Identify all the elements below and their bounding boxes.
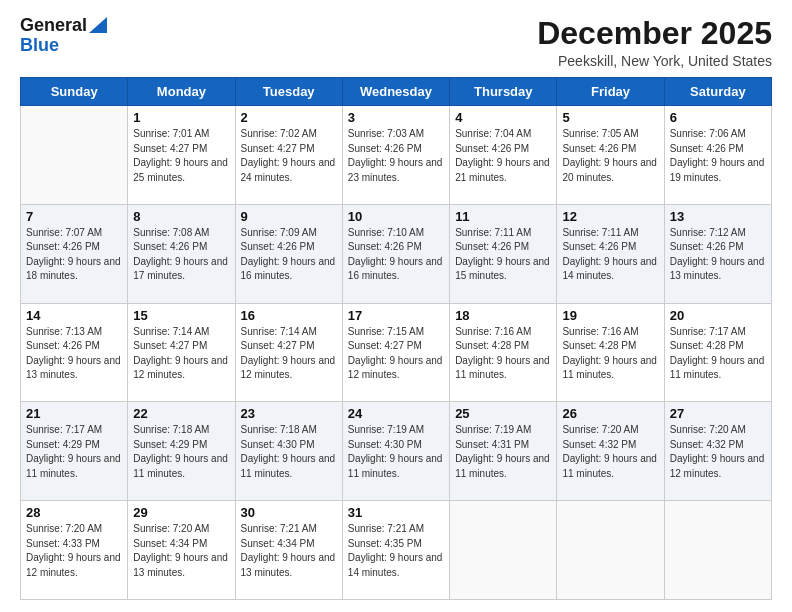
- calendar-cell: 7Sunrise: 7:07 AMSunset: 4:26 PMDaylight…: [21, 204, 128, 303]
- day-info: Sunrise: 7:08 AMSunset: 4:26 PMDaylight:…: [133, 226, 229, 284]
- day-number: 22: [133, 406, 229, 421]
- calendar-cell: 4Sunrise: 7:04 AMSunset: 4:26 PMDaylight…: [450, 106, 557, 205]
- calendar-cell: 2Sunrise: 7:02 AMSunset: 4:27 PMDaylight…: [235, 106, 342, 205]
- calendar-cell: 17Sunrise: 7:15 AMSunset: 4:27 PMDayligh…: [342, 303, 449, 402]
- day-number: 31: [348, 505, 444, 520]
- calendar-cell: 11Sunrise: 7:11 AMSunset: 4:26 PMDayligh…: [450, 204, 557, 303]
- day-number: 16: [241, 308, 337, 323]
- calendar-week-3: 14Sunrise: 7:13 AMSunset: 4:26 PMDayligh…: [21, 303, 772, 402]
- day-number: 9: [241, 209, 337, 224]
- page: General Blue December 2025 Peekskill, Ne…: [0, 0, 792, 612]
- day-number: 27: [670, 406, 766, 421]
- calendar-cell: 28Sunrise: 7:20 AMSunset: 4:33 PMDayligh…: [21, 501, 128, 600]
- day-info: Sunrise: 7:01 AMSunset: 4:27 PMDaylight:…: [133, 127, 229, 185]
- day-number: 26: [562, 406, 658, 421]
- day-info: Sunrise: 7:03 AMSunset: 4:26 PMDaylight:…: [348, 127, 444, 185]
- day-info: Sunrise: 7:21 AMSunset: 4:35 PMDaylight:…: [348, 522, 444, 580]
- calendar-week-2: 7Sunrise: 7:07 AMSunset: 4:26 PMDaylight…: [21, 204, 772, 303]
- day-number: 6: [670, 110, 766, 125]
- day-number: 14: [26, 308, 122, 323]
- calendar-cell: [21, 106, 128, 205]
- calendar-cell: 22Sunrise: 7:18 AMSunset: 4:29 PMDayligh…: [128, 402, 235, 501]
- day-number: 13: [670, 209, 766, 224]
- logo-icon: [89, 16, 107, 34]
- day-info: Sunrise: 7:18 AMSunset: 4:30 PMDaylight:…: [241, 423, 337, 481]
- day-number: 11: [455, 209, 551, 224]
- calendar-cell: 14Sunrise: 7:13 AMSunset: 4:26 PMDayligh…: [21, 303, 128, 402]
- day-info: Sunrise: 7:14 AMSunset: 4:27 PMDaylight:…: [241, 325, 337, 383]
- day-number: 20: [670, 308, 766, 323]
- calendar-cell: 13Sunrise: 7:12 AMSunset: 4:26 PMDayligh…: [664, 204, 771, 303]
- day-header-tuesday: Tuesday: [235, 78, 342, 106]
- day-number: 5: [562, 110, 658, 125]
- calendar-cell: [664, 501, 771, 600]
- day-header-thursday: Thursday: [450, 78, 557, 106]
- day-info: Sunrise: 7:20 AMSunset: 4:33 PMDaylight:…: [26, 522, 122, 580]
- calendar-cell: 26Sunrise: 7:20 AMSunset: 4:32 PMDayligh…: [557, 402, 664, 501]
- day-number: 4: [455, 110, 551, 125]
- calendar-cell: 5Sunrise: 7:05 AMSunset: 4:26 PMDaylight…: [557, 106, 664, 205]
- day-info: Sunrise: 7:19 AMSunset: 4:31 PMDaylight:…: [455, 423, 551, 481]
- day-number: 1: [133, 110, 229, 125]
- day-info: Sunrise: 7:20 AMSunset: 4:32 PMDaylight:…: [562, 423, 658, 481]
- day-number: 21: [26, 406, 122, 421]
- calendar-cell: 6Sunrise: 7:06 AMSunset: 4:26 PMDaylight…: [664, 106, 771, 205]
- calendar-cell: 23Sunrise: 7:18 AMSunset: 4:30 PMDayligh…: [235, 402, 342, 501]
- day-number: 12: [562, 209, 658, 224]
- calendar-cell: 21Sunrise: 7:17 AMSunset: 4:29 PMDayligh…: [21, 402, 128, 501]
- calendar-cell: 29Sunrise: 7:20 AMSunset: 4:34 PMDayligh…: [128, 501, 235, 600]
- day-number: 23: [241, 406, 337, 421]
- calendar-cell: 9Sunrise: 7:09 AMSunset: 4:26 PMDaylight…: [235, 204, 342, 303]
- day-info: Sunrise: 7:11 AMSunset: 4:26 PMDaylight:…: [455, 226, 551, 284]
- day-info: Sunrise: 7:11 AMSunset: 4:26 PMDaylight:…: [562, 226, 658, 284]
- calendar-week-5: 28Sunrise: 7:20 AMSunset: 4:33 PMDayligh…: [21, 501, 772, 600]
- day-number: 2: [241, 110, 337, 125]
- day-header-wednesday: Wednesday: [342, 78, 449, 106]
- day-header-monday: Monday: [128, 78, 235, 106]
- calendar-week-4: 21Sunrise: 7:17 AMSunset: 4:29 PMDayligh…: [21, 402, 772, 501]
- day-info: Sunrise: 7:13 AMSunset: 4:26 PMDaylight:…: [26, 325, 122, 383]
- title-block: December 2025 Peekskill, New York, Unite…: [537, 16, 772, 69]
- day-info: Sunrise: 7:17 AMSunset: 4:28 PMDaylight:…: [670, 325, 766, 383]
- day-number: 7: [26, 209, 122, 224]
- day-number: 3: [348, 110, 444, 125]
- calendar-table: SundayMondayTuesdayWednesdayThursdayFrid…: [20, 77, 772, 600]
- calendar-cell: 8Sunrise: 7:08 AMSunset: 4:26 PMDaylight…: [128, 204, 235, 303]
- day-number: 19: [562, 308, 658, 323]
- day-header-friday: Friday: [557, 78, 664, 106]
- day-info: Sunrise: 7:15 AMSunset: 4:27 PMDaylight:…: [348, 325, 444, 383]
- day-info: Sunrise: 7:21 AMSunset: 4:34 PMDaylight:…: [241, 522, 337, 580]
- day-info: Sunrise: 7:12 AMSunset: 4:26 PMDaylight:…: [670, 226, 766, 284]
- day-info: Sunrise: 7:06 AMSunset: 4:26 PMDaylight:…: [670, 127, 766, 185]
- day-header-sunday: Sunday: [21, 78, 128, 106]
- day-number: 18: [455, 308, 551, 323]
- calendar-cell: 19Sunrise: 7:16 AMSunset: 4:28 PMDayligh…: [557, 303, 664, 402]
- day-info: Sunrise: 7:04 AMSunset: 4:26 PMDaylight:…: [455, 127, 551, 185]
- day-info: Sunrise: 7:07 AMSunset: 4:26 PMDaylight:…: [26, 226, 122, 284]
- calendar-cell: 16Sunrise: 7:14 AMSunset: 4:27 PMDayligh…: [235, 303, 342, 402]
- calendar-cell: [557, 501, 664, 600]
- month-title: December 2025: [537, 16, 772, 51]
- day-info: Sunrise: 7:05 AMSunset: 4:26 PMDaylight:…: [562, 127, 658, 185]
- day-number: 25: [455, 406, 551, 421]
- day-info: Sunrise: 7:17 AMSunset: 4:29 PMDaylight:…: [26, 423, 122, 481]
- calendar-cell: 3Sunrise: 7:03 AMSunset: 4:26 PMDaylight…: [342, 106, 449, 205]
- calendar-cell: [450, 501, 557, 600]
- calendar-cell: 27Sunrise: 7:20 AMSunset: 4:32 PMDayligh…: [664, 402, 771, 501]
- location: Peekskill, New York, United States: [537, 53, 772, 69]
- day-info: Sunrise: 7:19 AMSunset: 4:30 PMDaylight:…: [348, 423, 444, 481]
- day-info: Sunrise: 7:16 AMSunset: 4:28 PMDaylight:…: [455, 325, 551, 383]
- day-number: 29: [133, 505, 229, 520]
- day-info: Sunrise: 7:16 AMSunset: 4:28 PMDaylight:…: [562, 325, 658, 383]
- header: General Blue December 2025 Peekskill, Ne…: [20, 16, 772, 69]
- calendar-cell: 25Sunrise: 7:19 AMSunset: 4:31 PMDayligh…: [450, 402, 557, 501]
- calendar-cell: 20Sunrise: 7:17 AMSunset: 4:28 PMDayligh…: [664, 303, 771, 402]
- logo-blue: Blue: [20, 35, 59, 55]
- day-number: 8: [133, 209, 229, 224]
- calendar-week-1: 1Sunrise: 7:01 AMSunset: 4:27 PMDaylight…: [21, 106, 772, 205]
- calendar-cell: 18Sunrise: 7:16 AMSunset: 4:28 PMDayligh…: [450, 303, 557, 402]
- day-header-saturday: Saturday: [664, 78, 771, 106]
- day-number: 10: [348, 209, 444, 224]
- day-info: Sunrise: 7:20 AMSunset: 4:34 PMDaylight:…: [133, 522, 229, 580]
- logo-general: General: [20, 16, 87, 36]
